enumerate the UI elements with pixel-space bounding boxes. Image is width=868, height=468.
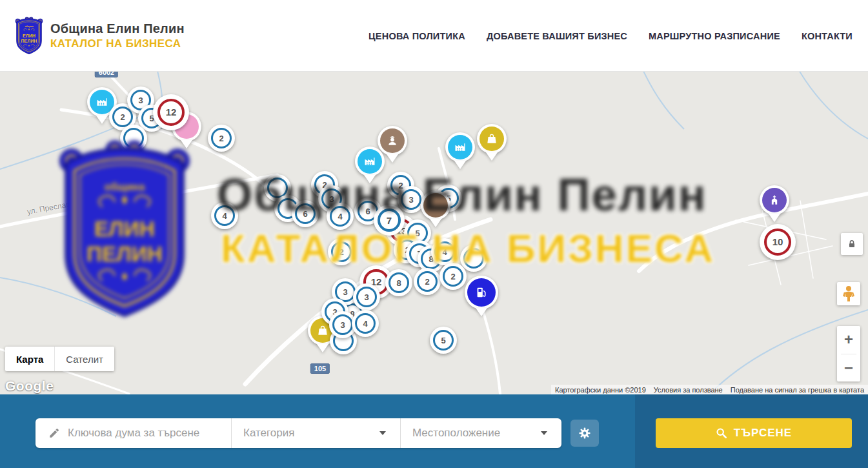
map-canvas[interactable]: ул. Преславбул. „Новоселции6002105 23512… [0,72,868,394]
location-select[interactable]: Местоположение [400,418,561,448]
watermark-title: Община Елин Пелин [217,168,707,221]
category-select-value: Категория [243,427,294,440]
zoom-control: + − [837,326,860,382]
municipality-logo-icon [14,16,44,55]
map-pin[interactable] [378,126,407,156]
cluster-marker[interactable]: 4 [352,310,379,337]
main-nav: ЦЕНОВА ПОЛИТИКА ДОБАВЕТЕ ВАШИЯТ БИЗНЕС М… [368,0,853,72]
cluster-count: 3 [138,96,143,105]
pegman-icon [842,285,855,302]
pencil-icon [48,427,60,439]
zoom-out-button[interactable]: − [837,354,860,382]
chevron-down-icon [379,431,386,435]
pegman-button[interactable] [837,282,860,305]
location-select-value: Местоположение [412,427,500,440]
nav-link-pricing[interactable]: ЦЕНОВА ПОЛИТИКА [368,31,465,41]
nav-link-contacts[interactable]: КОНТАКТИ [802,31,853,41]
terms-link[interactable]: Условия за ползване [650,386,727,394]
satellite-view-button[interactable]: Сателит [54,347,114,371]
site-subtitle: КАТАЛОГ НА БИЗНЕСА [50,37,185,50]
cluster-count: 5 [441,336,445,345]
cluster-marker[interactable]: 3 [353,283,380,310]
search-button-label: ТЪРСЕНЕ [734,427,792,440]
advanced-settings-button[interactable] [570,420,599,447]
map-pin[interactable] [465,276,498,309]
cluster-count: 12 [166,107,177,117]
cluster-marker[interactable]: 5 [430,327,457,354]
worker-icon [386,134,399,147]
factory-icon [363,155,376,168]
factory-icon [96,96,108,108]
map-pin[interactable] [760,185,789,215]
zoom-in-button[interactable]: + [837,326,860,354]
cluster-count: 10 [772,236,783,247]
factory-icon [454,141,467,154]
google-logo[interactable]: Google [5,378,54,394]
gear-icon [578,426,592,440]
cluster-count: 3 [364,292,368,302]
bag-icon [485,132,498,145]
cluster-count: 4 [363,319,367,329]
cluster-count: 3 [340,320,345,330]
church-icon [768,194,781,207]
page: Община Елин Пелин КАТАЛОГ НА БИЗНЕСА ЦЕН… [0,0,868,468]
map-pin[interactable] [477,124,507,154]
nav-link-route-schedule[interactable]: МАРШРУТНО РАЗПИСАНИЕ [649,31,780,41]
header: Община Елин Пелин КАТАЛОГ НА БИЗНЕСА ЦЕН… [0,0,868,72]
map-pin[interactable] [445,132,475,162]
lock-button[interactable] [841,233,863,255]
chevron-down-icon [541,431,547,435]
attribution-copyright: Картографски данни ©2019 [551,386,650,394]
cluster-count: 2 [450,272,455,281]
cluster-count: 2 [219,134,223,143]
brand[interactable]: Община Елин Пелин КАТАЛОГ НА БИЗНЕСА [14,16,185,55]
nav-link-add-business[interactable]: ДОБАВЕТЕ ВАШИЯТ БИЗНЕС [487,31,627,41]
cluster-count: 2 [425,277,429,287]
fuel-icon [474,285,489,300]
cluster-count: 8 [396,278,401,288]
lock-icon [847,239,857,249]
search-fields-group: Категория Местоположение [35,418,561,448]
watermark-subtitle: КАТАЛОГ НА БИЗНЕСА [221,225,715,271]
cluster-marker[interactable]: 10 [760,224,796,260]
search-section: Категория Местоположение [0,394,868,468]
cluster-marker[interactable]: 12 [153,94,189,130]
search-input[interactable] [68,427,223,440]
cluster-count: 2 [120,112,125,122]
map-view-button[interactable]: Карта [5,347,54,371]
cluster-marker[interactable]: 2 [208,125,235,152]
map-type-control: Карта Сателит [5,347,114,371]
site-title: Община Елин Пелин [50,21,185,36]
cluster-marker[interactable]: 2 [414,268,441,295]
watermark-shield [55,137,194,320]
map-attribution: Картографски данни ©2019 Условия за полз… [551,385,868,394]
cluster-count: 3 [343,287,347,297]
keyword-field[interactable] [35,418,231,448]
bag-icon [316,324,329,337]
search-icon [716,427,727,439]
cluster-marker[interactable]: 8 [385,269,412,296]
category-select[interactable]: Категория [231,418,400,448]
report-error-link[interactable]: Подаване на сигнал за грешка в картата [727,386,868,394]
search-button[interactable]: ТЪРСЕНЕ [656,418,852,448]
